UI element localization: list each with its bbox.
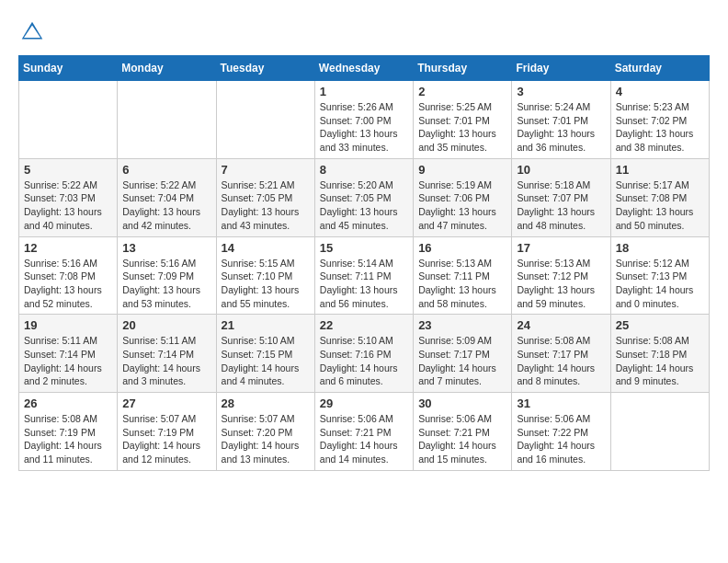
day-number: 2 xyxy=(418,85,506,98)
day-number: 20 xyxy=(122,318,210,332)
calendar-table: SundayMondayTuesdayWednesdayThursdayFrid… xyxy=(18,55,710,471)
day-number: 21 xyxy=(222,318,310,332)
calendar-cell: 24Sunrise: 5:08 AM Sunset: 7:17 PM Dayli… xyxy=(512,315,610,393)
day-of-week-header: Thursday xyxy=(414,56,512,81)
day-info: Sunrise: 5:25 AM Sunset: 7:01 PM Dayligh… xyxy=(418,100,506,155)
calendar-cell: 7Sunrise: 5:21 AM Sunset: 7:05 PM Daylig… xyxy=(216,158,314,236)
calendar-cell: 14Sunrise: 5:15 AM Sunset: 7:10 PM Dayli… xyxy=(216,236,314,315)
day-number: 23 xyxy=(418,318,506,332)
day-number: 12 xyxy=(24,241,112,255)
day-number: 14 xyxy=(222,241,310,255)
day-info: Sunrise: 5:13 AM Sunset: 7:12 PM Dayligh… xyxy=(517,257,605,311)
calendar-cell: 30Sunrise: 5:06 AM Sunset: 7:21 PM Dayli… xyxy=(414,393,512,471)
day-info: Sunrise: 5:08 AM Sunset: 7:18 PM Dayligh… xyxy=(616,334,704,388)
calendar-cell: 6Sunrise: 5:22 AM Sunset: 7:04 PM Daylig… xyxy=(118,158,216,236)
day-number: 28 xyxy=(222,396,310,410)
logo xyxy=(18,18,50,46)
day-info: Sunrise: 5:14 AM Sunset: 7:11 PM Dayligh… xyxy=(320,257,408,311)
calendar-cell: 5Sunrise: 5:22 AM Sunset: 7:03 PM Daylig… xyxy=(19,158,118,236)
day-info: Sunrise: 5:07 AM Sunset: 7:20 PM Dayligh… xyxy=(222,412,310,466)
calendar-cell xyxy=(610,393,709,471)
calendar-cell: 31Sunrise: 5:06 AM Sunset: 7:22 PM Dayli… xyxy=(512,393,610,471)
day-of-week-header: Monday xyxy=(118,56,216,81)
day-number: 24 xyxy=(517,318,605,332)
calendar-cell: 21Sunrise: 5:10 AM Sunset: 7:15 PM Dayli… xyxy=(216,315,314,393)
calendar-cell: 16Sunrise: 5:13 AM Sunset: 7:11 PM Dayli… xyxy=(414,236,512,315)
day-info: Sunrise: 5:22 AM Sunset: 7:04 PM Dayligh… xyxy=(122,178,210,233)
calendar-week-row: 12Sunrise: 5:16 AM Sunset: 7:08 PM Dayli… xyxy=(19,236,710,315)
day-of-week-header: Friday xyxy=(512,56,610,81)
day-info: Sunrise: 5:15 AM Sunset: 7:10 PM Dayligh… xyxy=(222,257,310,311)
day-info: Sunrise: 5:12 AM Sunset: 7:13 PM Dayligh… xyxy=(616,257,704,311)
day-info: Sunrise: 5:19 AM Sunset: 7:06 PM Dayligh… xyxy=(418,178,506,233)
calendar-header-row: SundayMondayTuesdayWednesdayThursdayFrid… xyxy=(19,56,710,81)
calendar-cell: 29Sunrise: 5:06 AM Sunset: 7:21 PM Dayli… xyxy=(314,393,413,471)
day-number: 22 xyxy=(320,318,408,332)
day-info: Sunrise: 5:11 AM Sunset: 7:14 PM Dayligh… xyxy=(24,334,112,388)
calendar-week-row: 19Sunrise: 5:11 AM Sunset: 7:14 PM Dayli… xyxy=(19,315,710,393)
calendar-cell: 4Sunrise: 5:23 AM Sunset: 7:02 PM Daylig… xyxy=(610,81,709,159)
day-number: 4 xyxy=(616,85,704,98)
calendar-cell: 8Sunrise: 5:20 AM Sunset: 7:05 PM Daylig… xyxy=(314,158,413,236)
day-number: 9 xyxy=(418,163,506,177)
day-info: Sunrise: 5:16 AM Sunset: 7:08 PM Dayligh… xyxy=(24,257,112,311)
day-number: 15 xyxy=(320,241,408,255)
day-number: 6 xyxy=(122,163,210,177)
day-of-week-header: Tuesday xyxy=(216,56,314,81)
calendar-cell: 9Sunrise: 5:19 AM Sunset: 7:06 PM Daylig… xyxy=(414,158,512,236)
calendar-cell: 26Sunrise: 5:08 AM Sunset: 7:19 PM Dayli… xyxy=(19,393,118,471)
calendar-cell: 2Sunrise: 5:25 AM Sunset: 7:01 PM Daylig… xyxy=(414,81,512,159)
day-number: 1 xyxy=(320,85,408,98)
calendar-cell: 11Sunrise: 5:17 AM Sunset: 7:08 PM Dayli… xyxy=(610,158,709,236)
day-info: Sunrise: 5:24 AM Sunset: 7:01 PM Dayligh… xyxy=(517,100,605,155)
day-info: Sunrise: 5:11 AM Sunset: 7:14 PM Dayligh… xyxy=(122,334,210,388)
day-info: Sunrise: 5:08 AM Sunset: 7:19 PM Dayligh… xyxy=(24,412,112,466)
calendar-cell: 22Sunrise: 5:10 AM Sunset: 7:16 PM Dayli… xyxy=(314,315,413,393)
calendar-week-row: 5Sunrise: 5:22 AM Sunset: 7:03 PM Daylig… xyxy=(19,158,710,236)
day-number: 7 xyxy=(222,163,310,177)
day-number: 30 xyxy=(418,396,506,410)
day-info: Sunrise: 5:26 AM Sunset: 7:00 PM Dayligh… xyxy=(320,100,408,155)
day-info: Sunrise: 5:10 AM Sunset: 7:15 PM Dayligh… xyxy=(222,334,310,388)
day-of-week-header: Saturday xyxy=(610,56,709,81)
calendar-cell: 18Sunrise: 5:12 AM Sunset: 7:13 PM Dayli… xyxy=(610,236,709,315)
day-number: 17 xyxy=(517,241,605,255)
day-info: Sunrise: 5:06 AM Sunset: 7:22 PM Dayligh… xyxy=(517,412,605,466)
day-number: 11 xyxy=(616,163,704,177)
calendar-cell: 3Sunrise: 5:24 AM Sunset: 7:01 PM Daylig… xyxy=(512,81,610,159)
day-number: 26 xyxy=(24,396,112,410)
calendar-cell: 28Sunrise: 5:07 AM Sunset: 7:20 PM Dayli… xyxy=(216,393,314,471)
day-info: Sunrise: 5:07 AM Sunset: 7:19 PM Dayligh… xyxy=(122,412,210,466)
calendar-cell: 19Sunrise: 5:11 AM Sunset: 7:14 PM Dayli… xyxy=(19,315,118,393)
logo-icon xyxy=(18,18,46,46)
day-info: Sunrise: 5:18 AM Sunset: 7:07 PM Dayligh… xyxy=(517,178,605,233)
day-number: 19 xyxy=(24,318,112,332)
day-info: Sunrise: 5:23 AM Sunset: 7:02 PM Dayligh… xyxy=(616,100,704,155)
day-info: Sunrise: 5:16 AM Sunset: 7:09 PM Dayligh… xyxy=(122,257,210,311)
calendar-cell: 13Sunrise: 5:16 AM Sunset: 7:09 PM Dayli… xyxy=(118,236,216,315)
day-number: 8 xyxy=(320,163,408,177)
day-info: Sunrise: 5:06 AM Sunset: 7:21 PM Dayligh… xyxy=(418,412,506,466)
day-info: Sunrise: 5:08 AM Sunset: 7:17 PM Dayligh… xyxy=(517,334,605,388)
calendar-cell: 23Sunrise: 5:09 AM Sunset: 7:17 PM Dayli… xyxy=(414,315,512,393)
day-number: 10 xyxy=(517,163,605,177)
day-info: Sunrise: 5:20 AM Sunset: 7:05 PM Dayligh… xyxy=(320,178,408,233)
calendar-week-row: 1Sunrise: 5:26 AM Sunset: 7:00 PM Daylig… xyxy=(19,81,710,159)
day-number: 13 xyxy=(122,241,210,255)
day-info: Sunrise: 5:13 AM Sunset: 7:11 PM Dayligh… xyxy=(418,257,506,311)
day-number: 5 xyxy=(24,163,112,177)
day-info: Sunrise: 5:10 AM Sunset: 7:16 PM Dayligh… xyxy=(320,334,408,388)
calendar-cell: 25Sunrise: 5:08 AM Sunset: 7:18 PM Dayli… xyxy=(610,315,709,393)
day-of-week-header: Sunday xyxy=(19,56,118,81)
calendar-cell: 15Sunrise: 5:14 AM Sunset: 7:11 PM Dayli… xyxy=(314,236,413,315)
calendar-cell xyxy=(19,81,118,159)
calendar-cell: 10Sunrise: 5:18 AM Sunset: 7:07 PM Dayli… xyxy=(512,158,610,236)
day-number: 29 xyxy=(320,396,408,410)
calendar-cell xyxy=(216,81,314,159)
day-info: Sunrise: 5:22 AM Sunset: 7:03 PM Dayligh… xyxy=(24,178,112,233)
calendar-cell: 20Sunrise: 5:11 AM Sunset: 7:14 PM Dayli… xyxy=(118,315,216,393)
calendar-cell: 27Sunrise: 5:07 AM Sunset: 7:19 PM Dayli… xyxy=(118,393,216,471)
day-of-week-header: Wednesday xyxy=(314,56,413,81)
day-info: Sunrise: 5:17 AM Sunset: 7:08 PM Dayligh… xyxy=(616,178,704,233)
day-info: Sunrise: 5:21 AM Sunset: 7:05 PM Dayligh… xyxy=(222,178,310,233)
